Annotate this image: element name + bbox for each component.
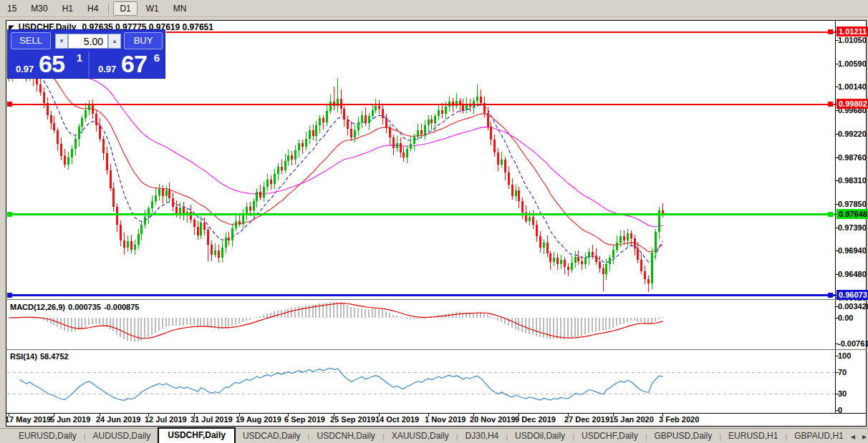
timeframe-button-w1[interactable]: W1: [140, 2, 165, 15]
rsi-axis-tick: 100: [838, 351, 851, 361]
timeframe-button-d1[interactable]: D1: [113, 1, 137, 16]
rsi-label: RSI(14)58.4752: [10, 352, 72, 361]
timeframe-button-m30[interactable]: M30: [25, 2, 53, 15]
chart-tab-eurusd-h1[interactable]: EURUSD,H1: [721, 429, 785, 443]
price-axis-tick: 1.00590: [838, 59, 867, 69]
ask-price-point: 6: [154, 52, 160, 64]
price-axis-tick: 1.01050: [838, 35, 867, 45]
chart-tab-audusd-daily[interactable]: AUDUSD,Daily: [86, 429, 158, 443]
price-level-label: 0.96073: [836, 290, 868, 300]
date-axis-label: 6 Sep 2019: [284, 415, 325, 424]
macd-axis-tick: 0.00: [838, 313, 853, 323]
date-axis-label: 25 Sep 2019: [330, 415, 375, 424]
date-axis-label: 17 May 2019: [6, 415, 51, 424]
price-axis-tick: 0.97390: [838, 223, 867, 233]
timeframe-toolbar: 15M30H1H4D1W1MN: [0, 0, 868, 17]
ask-price-pips: 67: [121, 50, 147, 78]
chart-tab-dj30-h4[interactable]: DJ30,H4: [458, 429, 506, 443]
price-axis-tick: 0.96480: [838, 269, 867, 279]
timeframe-button-h4[interactable]: H4: [82, 2, 104, 15]
price-level-label: 0.97648: [836, 209, 868, 219]
tabs-scroll-right-icon[interactable]: ▶: [862, 434, 867, 440]
ask-price[interactable]: 0.97 67 6: [88, 52, 164, 77]
chart-tab-gbpusd-daily[interactable]: GBPUSD,Daily: [647, 429, 720, 443]
chart-tab-bar: EURUSD,Daily|AUDUSD,DailyUSDCHF,DailyUSD…: [0, 428, 868, 443]
trading-terminal: 15M30H1H4D1W1MN ◤ USDCHF,Daily 0.97635 0…: [0, 0, 868, 443]
chart-tab-xauusd-daily[interactable]: XAUUSD,Daily: [385, 429, 456, 443]
timeframe-button-15[interactable]: 15: [1, 2, 22, 15]
price-axis-tick: 0.99220: [838, 129, 867, 139]
bid-price-pips: 65: [39, 50, 64, 78]
volume-input[interactable]: [68, 34, 108, 49]
rsi-axis-tick: 0: [838, 405, 842, 415]
date-axis-label: 14 Oct 2019: [375, 415, 419, 424]
chart-tab-eurusd-daily[interactable]: EURUSD,Daily: [11, 429, 84, 443]
chart-tab-usdcad-daily[interactable]: USDCAD,Daily: [236, 429, 308, 443]
price-axis-tick: 1.00140: [838, 82, 867, 92]
macd-axis-tick: -0.007615: [838, 339, 868, 349]
price-axis-tick: 0.96940: [838, 245, 867, 255]
chart-tab-usdchf-daily[interactable]: USDCHF,Daily: [574, 429, 645, 443]
rsi-axis-tick: 70: [838, 367, 847, 377]
volume-increase-button[interactable]: ▲: [108, 34, 121, 49]
date-axis-label: 24 Jun 2019: [96, 415, 140, 424]
price-axis-tick: 0.97850: [838, 199, 867, 209]
date-axis-label: 3 Feb 2020: [659, 415, 699, 424]
one-click-trade-panel: SELL ▼ ▲ BUY 0.97 65 1 0.97 67 6: [7, 29, 165, 79]
date-axis-label: 12 Jul 2019: [145, 415, 187, 424]
bid-price-prefix: 0.97: [16, 64, 34, 74]
tabs-scroll-left-icon[interactable]: ◀: [851, 434, 855, 440]
sell-button[interactable]: SELL: [11, 32, 51, 49]
date-axis-label: 1 Nov 2019: [425, 415, 466, 424]
rsi-axis-tick: 30: [838, 389, 847, 399]
toolbar-separator: [108, 3, 109, 14]
date-axis: 17 May 20195 Jun 201924 Jun 201912 Jul 2…: [6, 414, 835, 427]
ask-price-prefix: 0.97: [98, 64, 116, 74]
bid-price-point: 1: [77, 52, 82, 64]
date-axis-label: 15 Jan 2020: [609, 415, 654, 424]
date-axis-label: 20 Nov 2019: [470, 415, 516, 424]
chart-tab-gbpaud-h1[interactable]: GBPAUD,H1: [787, 429, 850, 443]
macd-axis-tick: 0.003428: [838, 301, 868, 311]
date-axis-label: 19 Aug 2019: [236, 415, 281, 424]
price-axis-tick: 0.98760: [838, 152, 867, 162]
date-axis-label: 31 Jul 2019: [191, 415, 233, 424]
date-axis-label: 5 Jun 2019: [50, 415, 90, 424]
price-level-label: 1.01211: [836, 26, 868, 36]
tab-scroll-controls: ◀▶: [851, 434, 868, 443]
price-axis-tick: 0.98310: [838, 175, 867, 185]
date-axis-label: 9 Dec 2019: [515, 415, 556, 424]
chart-tab-usdchf-daily[interactable]: USDCHF,Daily: [158, 427, 236, 443]
buy-button[interactable]: BUY: [124, 32, 163, 49]
price-level-label: 0.99802: [836, 99, 868, 109]
date-axis-label: 27 Dec 2019: [564, 415, 609, 424]
macd-label: MACD(12,26,9)0.000735-0.000875: [10, 303, 142, 311]
chart-tab-usdcnh-daily[interactable]: USDCNH,Daily: [309, 429, 382, 443]
volume-decrease-button[interactable]: ▼: [55, 34, 68, 49]
timeframe-button-h1[interactable]: H1: [57, 2, 79, 15]
chart-tab-usdoil-daily[interactable]: USDOil,Daily: [508, 429, 572, 443]
bid-price[interactable]: 0.97 65 1: [10, 52, 87, 77]
timeframe-button-mn[interactable]: MN: [168, 2, 193, 15]
